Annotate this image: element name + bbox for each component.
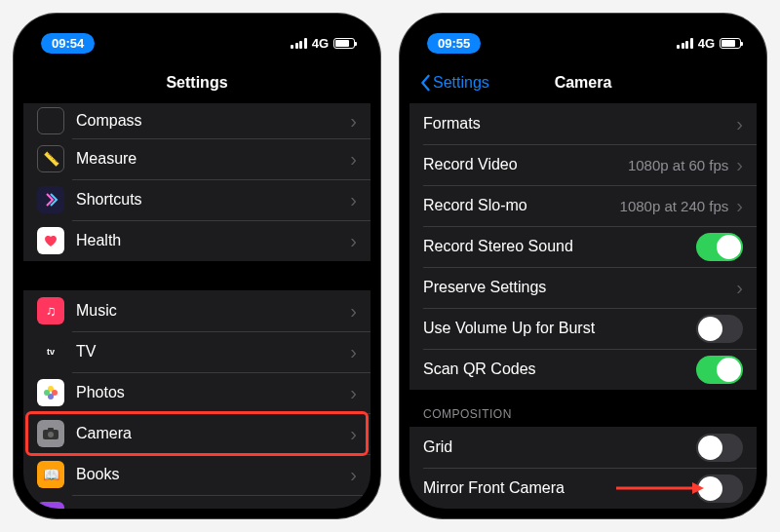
row-label: Record Slo-mo	[423, 197, 620, 214]
svg-point-3	[44, 390, 50, 396]
status-time: 09:54	[41, 33, 95, 54]
settings-row-tv[interactable]: tv TV ›	[23, 331, 370, 372]
settings-row-health[interactable]: Health ›	[23, 220, 370, 261]
row-label: Podcasts	[76, 507, 350, 509]
settings-row-compass[interactable]: Compass ›	[23, 103, 370, 138]
screen-left: 09:54 4G Settings Compass › 📏 Measure ›	[23, 23, 370, 509]
page-title: Camera	[555, 74, 612, 92]
row-label: Health	[76, 232, 350, 249]
row-label: Scan QR Codes	[423, 361, 696, 378]
settings-row-measure[interactable]: 📏 Measure ›	[23, 138, 370, 179]
network-label: 4G	[312, 36, 329, 51]
settings-row-books[interactable]: 📖 Books ›	[23, 454, 370, 495]
row-label: TV	[76, 343, 350, 361]
toggle-volume-burst[interactable]	[696, 315, 743, 343]
row-label: Books	[76, 466, 350, 483]
section-gap	[23, 261, 370, 290]
measure-icon: 📏	[37, 145, 64, 172]
chevron-right-icon: ›	[736, 278, 743, 297]
phone-left: 09:54 4G Settings Compass › 📏 Measure ›	[14, 14, 380, 518]
chevron-right-icon: ›	[350, 342, 357, 361]
row-record-video[interactable]: Record Video 1080p at 60 fps ›	[410, 144, 757, 185]
settings-row-music[interactable]: ♫ Music ›	[23, 290, 370, 331]
podcasts-icon	[37, 502, 64, 509]
chevron-right-icon: ›	[350, 383, 357, 402]
status-indicators: 4G	[291, 36, 355, 51]
nav-bar: Settings Camera	[410, 62, 757, 103]
row-label: Mirror Front Camera	[423, 479, 696, 497]
books-icon: 📖	[37, 461, 64, 488]
svg-point-6	[48, 432, 54, 437]
toggle-stereo-sound[interactable]	[696, 233, 743, 261]
section-header-composition: COMPOSITION	[410, 390, 757, 427]
toggle-grid[interactable]	[696, 434, 743, 462]
settings-row-camera[interactable]: Camera ›	[23, 413, 370, 454]
chevron-right-icon: ›	[350, 149, 357, 169]
chevron-right-icon: ›	[736, 114, 743, 133]
back-button[interactable]: Settings	[419, 74, 489, 92]
camera-settings-list: Formats › Record Video 1080p at 60 fps ›…	[410, 103, 757, 509]
row-label: Record Video	[423, 156, 628, 173]
chevron-left-icon	[419, 74, 431, 92]
row-label: Formats	[423, 115, 736, 133]
row-value: 1080p at 240 fps	[620, 198, 729, 214]
network-label: 4G	[698, 36, 715, 51]
photos-icon	[37, 379, 64, 406]
row-value: 1080p at 60 fps	[628, 157, 728, 173]
signal-icon	[291, 38, 307, 49]
chevron-right-icon: ›	[350, 231, 357, 250]
page-title: Settings	[166, 74, 227, 92]
tv-icon: tv	[37, 338, 64, 365]
settings-row-podcasts[interactable]: Podcasts ›	[23, 495, 370, 509]
row-label: Grid	[423, 438, 696, 456]
row-grid: Grid	[410, 427, 757, 468]
chevron-right-icon: ›	[350, 465, 357, 484]
battery-icon	[333, 38, 355, 49]
row-label: Shortcuts	[76, 191, 350, 209]
status-indicators: 4G	[677, 36, 741, 51]
back-label: Settings	[433, 74, 489, 92]
status-time: 09:55	[427, 33, 481, 54]
chevron-right-icon: ›	[350, 190, 357, 209]
compass-icon	[37, 107, 64, 134]
chevron-right-icon: ›	[350, 506, 357, 509]
row-scan-qr: Scan QR Codes	[410, 349, 757, 390]
toggle-scan-qr[interactable]	[696, 356, 743, 384]
nav-bar: Settings	[23, 62, 370, 103]
row-label: Compass	[76, 112, 350, 130]
camera-icon	[37, 420, 64, 447]
row-record-slomo[interactable]: Record Slo-mo 1080p at 240 fps ›	[410, 185, 757, 226]
row-preserve-settings[interactable]: Preserve Settings ›	[410, 267, 757, 308]
row-label: Camera	[76, 425, 350, 442]
row-formats[interactable]: Formats ›	[410, 103, 757, 144]
row-label: Preserve Settings	[423, 279, 736, 296]
chevron-right-icon: ›	[736, 196, 743, 215]
chevron-right-icon: ›	[350, 301, 357, 321]
chevron-right-icon: ›	[736, 155, 743, 174]
chevron-right-icon: ›	[350, 424, 357, 443]
row-mirror-front-camera: Mirror Front Camera	[410, 468, 757, 509]
screen-right: 09:55 4G Settings Camera Formats › Recor…	[410, 23, 757, 509]
chevron-right-icon: ›	[350, 111, 357, 131]
notch	[114, 23, 280, 49]
settings-list: Compass › 📏 Measure › Shortcuts › Health	[23, 103, 370, 509]
music-icon: ♫	[37, 297, 64, 324]
settings-row-photos[interactable]: Photos ›	[23, 372, 370, 413]
row-label: Use Volume Up for Burst	[423, 320, 696, 337]
signal-icon	[677, 38, 693, 49]
notch	[500, 23, 666, 49]
settings-row-shortcuts[interactable]: Shortcuts ›	[23, 179, 370, 220]
row-label: Record Stereo Sound	[423, 238, 696, 255]
row-label: Photos	[76, 384, 350, 401]
row-stereo-sound: Record Stereo Sound	[410, 226, 757, 267]
row-label: Music	[76, 302, 350, 320]
svg-rect-5	[48, 428, 54, 431]
battery-icon	[720, 38, 741, 49]
toggle-mirror-front-camera[interactable]	[696, 475, 743, 503]
health-icon	[37, 227, 64, 254]
phone-right: 09:55 4G Settings Camera Formats › Recor…	[400, 14, 766, 518]
row-label: Measure	[76, 150, 350, 168]
row-volume-burst: Use Volume Up for Burst	[410, 308, 757, 349]
shortcuts-icon	[37, 186, 64, 213]
